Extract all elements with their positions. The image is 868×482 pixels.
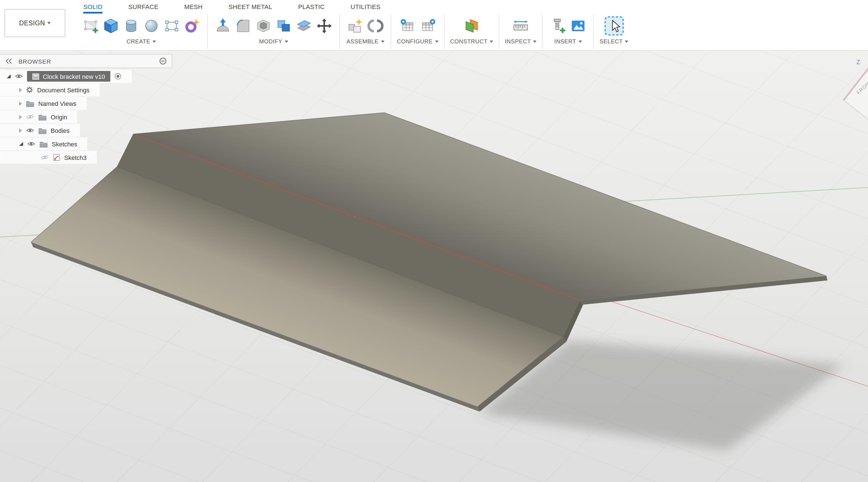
browser-row-document-settings[interactable]: Document Settings	[0, 83, 100, 96]
browser-row-root-component[interactable]: Clock bracket new v10	[0, 70, 131, 83]
tab-solid[interactable]: SOLID	[83, 0, 102, 13]
inspect-dropdown[interactable]: INSPECT	[505, 38, 536, 44]
tab-surface[interactable]: SURFACE	[128, 0, 158, 13]
browser-row-bodies[interactable]: Bodies	[0, 124, 80, 137]
browser-panel: BROWSER Clock bracket new	[0, 54, 172, 164]
toolbar-group-construct: CONSTRUCT	[445, 14, 498, 44]
combine-icon	[275, 18, 292, 34]
canvas-image-icon	[570, 18, 587, 34]
chevron-down-icon	[381, 40, 384, 42]
modify-dropdown[interactable]: MODIFY	[259, 38, 288, 44]
measure-button[interactable]	[511, 14, 530, 37]
insert-fastener-button[interactable]	[548, 14, 567, 37]
toolbar-separator	[444, 14, 444, 49]
tab-sheet-metal[interactable]: SHEET METAL	[228, 0, 272, 13]
insert-dropdown[interactable]: INSERT	[554, 38, 582, 44]
expanded-caret-icon[interactable]	[7, 74, 11, 78]
move-button[interactable]	[315, 14, 334, 37]
visibility-eye-off-icon[interactable]	[40, 154, 49, 160]
rectangular-pattern-icon	[163, 18, 180, 34]
browser-title: BROWSER	[19, 58, 154, 64]
viewcube-z-axis-label: Z	[857, 59, 860, 65]
tree-item-label: Named Views	[38, 100, 76, 107]
create-sketch-button[interactable]	[81, 14, 100, 37]
create-sphere-button[interactable]	[142, 14, 161, 37]
collapsed-caret-icon[interactable]	[19, 88, 22, 92]
folder-icon	[38, 127, 47, 134]
fusion-window: DESIGN SOLID SURFACE MESH SHEET METAL PL…	[0, 0, 868, 482]
shell-icon	[255, 18, 272, 34]
folder-icon	[26, 100, 34, 107]
configuration-table-icon	[399, 18, 416, 34]
manage-configurations-button[interactable]	[418, 14, 437, 37]
chevron-down-icon	[533, 40, 536, 42]
browser-row-sketch3[interactable]: Sketch3	[0, 151, 97, 164]
insert-canvas-button[interactable]	[568, 14, 588, 37]
create-cylinder-button[interactable]	[122, 14, 141, 37]
toolbar-group-select: SELECT	[595, 14, 633, 44]
viewcube-cube[interactable]: FRONT	[843, 62, 868, 129]
select-dropdown[interactable]: SELECT	[599, 38, 628, 44]
ribbon-tabs: SOLID SURFACE MESH SHEET METAL PLASTIC U…	[83, 0, 380, 13]
tab-plastic[interactable]: PLASTIC	[298, 0, 325, 13]
press-pull-button[interactable]	[213, 14, 232, 37]
joint-button[interactable]	[366, 14, 385, 37]
create-coil-button[interactable]	[182, 14, 202, 37]
browser-row-sketches[interactable]: Sketches	[0, 138, 88, 150]
browser-row-origin[interactable]: Origin	[0, 110, 78, 123]
fillet-button[interactable]	[234, 14, 253, 37]
origin-marker[interactable]	[353, 216, 356, 218]
move-icon	[316, 18, 333, 34]
visibility-eye-icon[interactable]	[27, 141, 35, 147]
tree-item-label: Document Settings	[37, 86, 90, 93]
combine-button[interactable]	[274, 14, 293, 37]
coil-icon	[184, 18, 200, 34]
group-label-text: MODIFY	[259, 38, 283, 44]
collapsed-caret-icon[interactable]	[19, 115, 22, 119]
visibility-eye-icon[interactable]	[14, 73, 23, 80]
sphere-icon	[143, 18, 160, 34]
browser-tree: Clock bracket new v10	[0, 70, 172, 164]
chevron-down-icon	[578, 40, 582, 42]
active-component-highlight[interactable]: Clock bracket new v10	[27, 71, 110, 82]
group-label-text: CONSTRUCT	[450, 38, 488, 44]
select-button[interactable]	[604, 14, 624, 37]
chevron-down-icon	[625, 40, 628, 42]
chevron-down-icon	[153, 40, 156, 42]
configuration-table-button[interactable]	[398, 14, 417, 37]
visibility-eye-icon[interactable]	[26, 127, 34, 133]
expanded-caret-icon[interactable]	[19, 142, 23, 146]
tree-item-label: Origin	[51, 114, 67, 120]
tab-utilities[interactable]: UTILITIES	[351, 0, 380, 13]
construct-plane-button[interactable]	[462, 14, 481, 37]
visibility-eye-off-icon[interactable]	[26, 114, 34, 120]
viewcube[interactable]: Z FRONT	[829, 59, 868, 126]
collapse-all-icon[interactable]	[159, 57, 166, 65]
collapsed-caret-icon[interactable]	[19, 128, 22, 132]
collapse-panel-icon[interactable]	[5, 58, 13, 64]
browser-row-named-views[interactable]: Named Views	[0, 97, 86, 110]
collapsed-caret-icon[interactable]	[19, 101, 22, 106]
new-component-button[interactable]	[346, 14, 365, 37]
design-menu-button[interactable]: DESIGN	[4, 9, 65, 37]
cylinder-icon	[123, 18, 140, 34]
create-dropdown[interactable]: CREATE	[127, 38, 156, 44]
construct-dropdown[interactable]: CONSTRUCT	[450, 38, 493, 44]
select-cursor-icon	[604, 16, 624, 36]
offset-face-button[interactable]	[294, 14, 314, 37]
shell-button[interactable]	[254, 14, 273, 37]
toolbar-separator	[499, 14, 499, 49]
tab-mesh[interactable]: MESH	[184, 0, 203, 13]
toolbar-group-configure: CONFIGURE	[392, 14, 443, 44]
create-box-button[interactable]	[101, 14, 120, 37]
chevron-down-icon	[490, 40, 493, 42]
assemble-dropdown[interactable]: ASSEMBLE	[346, 38, 384, 44]
toolbar-separator	[542, 14, 542, 49]
design-menu-label: DESIGN	[19, 20, 45, 27]
create-pattern-button[interactable]	[162, 14, 181, 37]
configure-dropdown[interactable]: CONFIGURE	[397, 38, 438, 44]
toolbar-separator	[391, 14, 391, 49]
toolbar-separator	[207, 14, 208, 49]
activate-component-radio[interactable]	[114, 73, 121, 80]
root-component-label: Clock bracket new v10	[43, 73, 105, 80]
